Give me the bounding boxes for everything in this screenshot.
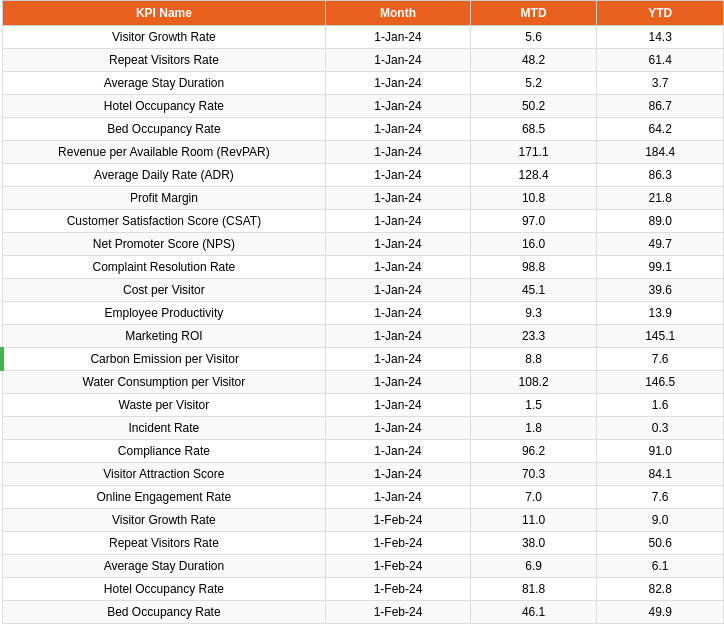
cell-mtd: 128.4 [470,164,597,187]
cell-mtd: 8.8 [470,348,597,371]
cell-kpi: Bed Occupancy Rate [2,118,326,141]
cell-kpi: Revenue per Available Room (RevPAR) [2,141,326,164]
table-row: Average Stay Duration1-Jan-245.23.7 [2,72,724,95]
table-row: Hotel Occupancy Rate1-Feb-2481.882.8 [2,578,724,601]
table-row: Cost per Visitor1-Jan-2445.139.6 [2,279,724,302]
cell-mtd: 1.5 [470,394,597,417]
cell-month: 1-Jan-24 [326,440,471,463]
cell-month: 1-Jan-24 [326,256,471,279]
cell-ytd: 61.4 [597,49,724,72]
cell-ytd: 184.4 [597,141,724,164]
cell-ytd: 7.6 [597,348,724,371]
cell-ytd: 7.6 [597,486,724,509]
table-row: Carbon Emission per Visitor1-Jan-248.87.… [2,348,724,371]
cell-month: 1-Feb-24 [326,532,471,555]
cell-mtd: 1.8 [470,417,597,440]
table-row: Average Stay Duration1-Feb-246.96.1 [2,555,724,578]
cell-mtd: 16.0 [470,233,597,256]
cell-mtd: 70.3 [470,463,597,486]
cell-ytd: 6.1 [597,555,724,578]
cell-ytd: 99.1 [597,256,724,279]
table-row: Revenue per Available Room (RevPAR)1-Jan… [2,141,724,164]
cell-kpi: Cost per Visitor [2,279,326,302]
cell-kpi: Carbon Emission per Visitor [2,348,326,371]
table-row: Net Promoter Score (NPS)1-Jan-2416.049.7 [2,233,724,256]
cell-kpi: Complaint Resolution Rate [2,256,326,279]
cell-kpi: Average Stay Duration [2,72,326,95]
cell-kpi: Water Consumption per Visitor [2,371,326,394]
table-row: Marketing ROI1-Jan-2423.3145.1 [2,325,724,348]
cell-mtd: 9.3 [470,302,597,325]
cell-ytd: 3.7 [597,72,724,95]
cell-kpi: Visitor Growth Rate [2,26,326,49]
cell-month: 1-Jan-24 [326,49,471,72]
cell-ytd: 14.3 [597,26,724,49]
table-row: Profit Margin1-Jan-2410.821.8 [2,187,724,210]
cell-mtd: 6.9 [470,555,597,578]
table-row: Visitor Growth Rate1-Feb-2411.09.0 [2,509,724,532]
table-row: Repeat Visitors Rate1-Feb-2438.050.6 [2,532,724,555]
cell-month: 1-Jan-24 [326,187,471,210]
cell-month: 1-Jan-24 [326,118,471,141]
cell-month: 1-Jan-24 [326,371,471,394]
cell-month: 1-Jan-24 [326,72,471,95]
cell-kpi: Bed Occupancy Rate [2,601,326,624]
table-row: Hotel Occupancy Rate1-Jan-2450.286.7 [2,95,724,118]
cell-kpi: Online Engagement Rate [2,486,326,509]
cell-kpi: Waste per Visitor [2,394,326,417]
cell-kpi: Visitor Growth Rate [2,509,326,532]
cell-ytd: 39.6 [597,279,724,302]
table-row: Online Engagement Rate1-Jan-247.07.6 [2,486,724,509]
table-row: Employee Productivity1-Jan-249.313.9 [2,302,724,325]
cell-kpi: Visitor Attraction Score [2,463,326,486]
cell-ytd: 86.7 [597,95,724,118]
cell-kpi: Hotel Occupancy Rate [2,578,326,601]
cell-ytd: 91.0 [597,440,724,463]
cell-kpi: Repeat Visitors Rate [2,532,326,555]
cell-ytd: 49.7 [597,233,724,256]
cell-ytd: 89.0 [597,210,724,233]
table-row: Bed Occupancy Rate1-Jan-2468.564.2 [2,118,724,141]
cell-ytd: 21.8 [597,187,724,210]
cell-kpi: Compliance Rate [2,440,326,463]
cell-ytd: 86.3 [597,164,724,187]
cell-kpi: Employee Productivity [2,302,326,325]
cell-kpi: Marketing ROI [2,325,326,348]
cell-month: 1-Jan-24 [326,26,471,49]
cell-ytd: 145.1 [597,325,724,348]
cell-mtd: 38.0 [470,532,597,555]
cell-ytd: 50.6 [597,532,724,555]
cell-month: 1-Jan-24 [326,141,471,164]
cell-month: 1-Jan-24 [326,210,471,233]
cell-mtd: 10.8 [470,187,597,210]
cell-month: 1-Jan-24 [326,164,471,187]
cell-kpi: Incident Rate [2,417,326,440]
table-row: Bed Occupancy Rate1-Feb-2446.149.9 [2,601,724,624]
cell-month: 1-Feb-24 [326,601,471,624]
cell-ytd: 49.9 [597,601,724,624]
table-row: Visitor Growth Rate1-Jan-245.614.3 [2,26,724,49]
table-row: Water Consumption per Visitor1-Jan-24108… [2,371,724,394]
table-row: Repeat Visitors Rate1-Jan-2448.261.4 [2,49,724,72]
cell-mtd: 46.1 [470,601,597,624]
cell-ytd: 146.5 [597,371,724,394]
cell-kpi: Average Daily Rate (ADR) [2,164,326,187]
cell-mtd: 11.0 [470,509,597,532]
cell-ytd: 13.9 [597,302,724,325]
cell-mtd: 81.8 [470,578,597,601]
cell-mtd: 108.2 [470,371,597,394]
cell-month: 1-Feb-24 [326,555,471,578]
cell-mtd: 50.2 [470,95,597,118]
header-ytd: YTD [597,1,724,26]
header-month: Month [326,1,471,26]
table-row: Waste per Visitor1-Jan-241.51.6 [2,394,724,417]
cell-month: 1-Jan-24 [326,233,471,256]
table-row: Average Daily Rate (ADR)1-Jan-24128.486.… [2,164,724,187]
cell-kpi: Profit Margin [2,187,326,210]
cell-month: 1-Jan-24 [326,325,471,348]
header-mtd: MTD [470,1,597,26]
cell-kpi: Net Promoter Score (NPS) [2,233,326,256]
cell-month: 1-Feb-24 [326,509,471,532]
cell-kpi: Hotel Occupancy Rate [2,95,326,118]
cell-mtd: 171.1 [470,141,597,164]
